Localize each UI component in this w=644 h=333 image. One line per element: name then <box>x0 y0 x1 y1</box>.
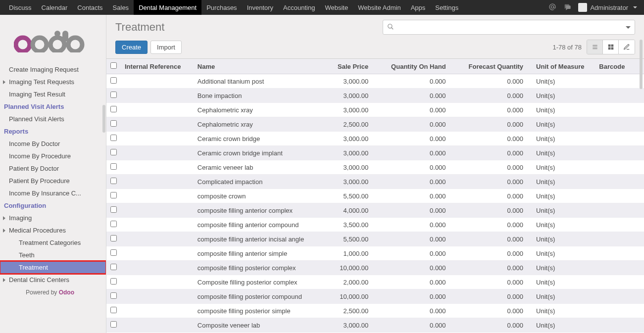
table-row[interactable]: Ceramic veneer lab3,000.000.0000.000Unit… <box>106 160 644 175</box>
sidebar-item-patient-by-doctor[interactable]: Patient By Doctor <box>0 162 106 175</box>
search-input[interactable] <box>383 20 635 35</box>
row-checkbox[interactable] <box>110 264 117 270</box>
cell-name: Complicated impaction <box>194 175 314 189</box>
table-row[interactable]: Composite filling posterior complex2,000… <box>106 275 644 289</box>
row-checkbox[interactable] <box>110 92 117 98</box>
sidebar-item-create-imaging-request[interactable]: Create Imaging Request <box>0 63 106 76</box>
table-row[interactable]: composite filling anterior simple1,000.0… <box>106 246 644 261</box>
row-checkbox[interactable] <box>110 221 117 227</box>
sidebar-item-imaging[interactable]: Imaging <box>0 212 106 224</box>
cell-name: Ceramic veneer lab <box>194 160 314 175</box>
cell-name: composite filling posterior simple <box>194 304 314 318</box>
col-barcode[interactable]: Barcode <box>595 59 644 74</box>
table-row[interactable]: composite filling posterior compound10,0… <box>106 289 644 304</box>
select-all-checkbox[interactable] <box>110 62 117 69</box>
sidebar-item-treatment[interactable]: Treatment <box>0 261 106 274</box>
table-row[interactable]: composite filling posterior simple2,500.… <box>106 304 644 318</box>
sidebar-item-configuration: Configuration <box>0 199 106 212</box>
chat-icon[interactable] <box>563 3 571 12</box>
cell-name: Ceramic crown bridge implant <box>194 146 314 160</box>
table-row[interactable]: composite filling anterior compound3,500… <box>106 218 644 232</box>
row-checkbox[interactable] <box>110 249 117 256</box>
row-checkbox[interactable] <box>110 192 117 198</box>
table-row[interactable]: Bone impaction3,000.000.0000.000Unit(s) <box>106 89 644 103</box>
row-checkbox[interactable] <box>110 163 117 170</box>
row-checkbox[interactable] <box>110 135 117 141</box>
sidebar-item-imaging-test-requests[interactable]: Imaging Test Requests <box>0 76 106 88</box>
topmenu-inventory[interactable]: Inventory <box>242 0 278 15</box>
pager-text[interactable]: 1-78 of 78 <box>552 44 582 51</box>
create-button[interactable]: Create <box>115 41 148 54</box>
sidebar-item-reports: Reports <box>0 125 106 138</box>
sidebar-item-income-by-doctor[interactable]: Income By Doctor <box>0 138 106 150</box>
row-checkbox[interactable] <box>110 278 117 285</box>
topmenu-accounting[interactable]: Accounting <box>278 0 320 15</box>
col-uom[interactable]: Unit of Measure <box>532 59 595 74</box>
cell-internal-reference <box>121 203 194 218</box>
table-row[interactable]: composite filling posterior complex10,00… <box>106 261 644 275</box>
row-checkbox[interactable] <box>110 106 117 112</box>
user-menu[interactable]: Administrator <box>578 3 637 12</box>
cell-uom: Unit(s) <box>532 218 595 232</box>
sidebar-scroll-handle[interactable] <box>102 40 106 198</box>
cell-internal-reference <box>121 261 194 275</box>
sidebar-item-teeth[interactable]: Teeth <box>0 249 106 261</box>
cell-name: Cephalometric xray <box>194 103 314 117</box>
table-row[interactable]: Cephalometric xray3,000.000.0000.000Unit… <box>106 103 644 117</box>
import-button[interactable]: Import <box>150 41 182 54</box>
main-scroll-handle[interactable] <box>639 40 643 89</box>
table-row[interactable]: Ceramic crown bridge3,000.000.0000.000Un… <box>106 132 644 146</box>
topmenu-website-admin[interactable]: Website Admin <box>353 0 405 15</box>
col-qty-on-hand[interactable]: Quantity On Hand <box>377 59 454 74</box>
sidebar-item-income-by-procedure[interactable]: Income By Procedure <box>0 150 106 162</box>
table-row[interactable]: composite filling anterior complex4,000.… <box>106 203 644 218</box>
col-forecast-qty[interactable]: Forecast Quantity <box>455 59 532 74</box>
col-internal-reference[interactable]: Internal Reference <box>121 59 194 74</box>
table-row[interactable]: Composite veneer lab3,000.000.0000.000Un… <box>106 318 644 333</box>
row-checkbox[interactable] <box>110 120 117 127</box>
col-name[interactable]: Name <box>194 59 314 74</box>
topmenu-discuss[interactable]: Discuss <box>4 0 37 15</box>
topmenu-settings[interactable]: Settings <box>430 0 463 15</box>
sidebar-item-imaging-test-result[interactable]: Imaging Test Result <box>0 88 106 100</box>
sidebar-item-treatment-categories[interactable]: Treatment Categories <box>0 237 106 249</box>
cell-sale-price: 3,000.00 <box>314 146 377 160</box>
topmenu-dental-management[interactable]: Dental Management <box>134 0 201 15</box>
table-row[interactable]: Complicated impaction3,000.000.0000.000U… <box>106 175 644 189</box>
row-checkbox[interactable] <box>110 77 117 84</box>
topmenu-sales[interactable]: Sales <box>108 0 134 15</box>
topmenu-contacts[interactable]: Contacts <box>72 0 107 15</box>
topmenu-apps[interactable]: Apps <box>406 0 431 15</box>
table-row[interactable]: Ceramic crown bridge implant3,000.000.00… <box>106 146 644 160</box>
col-sale-price[interactable]: Sale Price <box>314 59 377 74</box>
sidebar-item-dental-clinic-centers[interactable]: Dental Clinic Centers <box>0 274 106 286</box>
form-view-button[interactable] <box>619 40 635 54</box>
row-checkbox[interactable] <box>110 206 117 213</box>
search-caret-icon[interactable] <box>626 26 631 29</box>
topmenu-purchases[interactable]: Purchases <box>201 0 242 15</box>
table-row[interactable]: Additional titanium post3,000.000.0000.0… <box>106 74 644 89</box>
user-label: Administrator <box>590 4 628 11</box>
sidebar-item-planned-visit-alerts[interactable]: Planned Visit Alerts <box>0 113 106 125</box>
sidebar: Create Imaging RequestImaging Test Reque… <box>0 15 106 333</box>
row-checkbox[interactable] <box>110 178 117 184</box>
sidebar-item-income-by-insurance-c-[interactable]: Income By Insurance C... <box>0 187 106 199</box>
row-checkbox[interactable] <box>110 292 117 299</box>
list-view-button[interactable] <box>587 40 603 54</box>
sidebar-item-medical-procedures[interactable]: Medical Procedures <box>0 224 106 237</box>
at-icon[interactable] <box>548 3 556 12</box>
row-checkbox[interactable] <box>110 149 117 155</box>
table-row[interactable]: composite crown5,500.000.0000.000Unit(s) <box>106 189 644 203</box>
row-checkbox[interactable] <box>110 321 117 328</box>
table-row[interactable]: Cephalometric xray2,500.000.0000.000Unit… <box>106 117 644 132</box>
kanban-view-button[interactable] <box>603 40 619 54</box>
cell-forecast: 0.000 <box>455 275 532 289</box>
search-field[interactable] <box>397 24 626 31</box>
row-checkbox[interactable] <box>110 235 117 241</box>
topmenu-website[interactable]: Website <box>320 0 353 15</box>
row-checkbox[interactable] <box>110 307 117 313</box>
topmenu-calendar[interactable]: Calendar <box>37 0 73 15</box>
table-row[interactable]: composite filling anterior incisal angle… <box>106 232 644 246</box>
cell-uom: Unit(s) <box>532 74 595 89</box>
sidebar-item-patient-by-procedure[interactable]: Patient By Procedure <box>0 175 106 187</box>
